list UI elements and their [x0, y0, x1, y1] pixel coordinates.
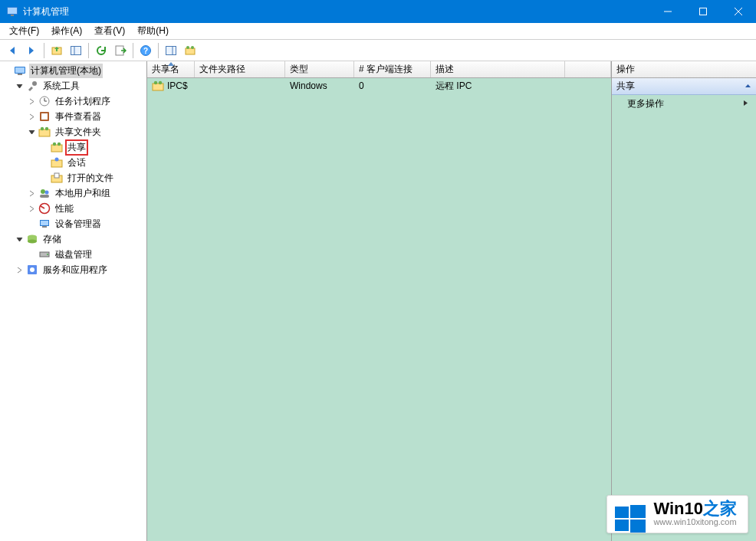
new-share-button[interactable] — [181, 41, 199, 60]
maximize-button[interactable] — [685, 0, 721, 23]
svg-rect-15 — [186, 48, 195, 54]
tree-label: 会话 — [66, 156, 87, 170]
tree-open-files[interactable]: 打开的文件 — [0, 170, 146, 185]
tree-local-users[interactable]: 本地用户和组 — [0, 185, 146, 201]
export-button[interactable] — [111, 41, 130, 60]
svg-point-53 — [154, 81, 157, 84]
app-icon — [6, 5, 18, 18]
chevron-right-icon[interactable] — [2, 65, 12, 76]
minimize-button[interactable] — [650, 0, 685, 23]
menu-help[interactable]: 帮助(H) — [131, 23, 175, 39]
session-icon — [51, 156, 63, 169]
tree-sessions[interactable]: 会话 — [0, 155, 146, 170]
tree-label: 共享文件夹 — [54, 125, 103, 139]
storage-icon — [26, 233, 38, 245]
column-folder-path[interactable]: 文件夹路径 — [195, 61, 285, 77]
svg-rect-39 — [40, 195, 49, 198]
tree-label: 任务计划程序 — [54, 94, 112, 109]
shared-folder-icon — [38, 126, 51, 138]
action-pane-toggle-button[interactable] — [162, 41, 180, 60]
column-clients[interactable]: # 客户端连接 — [354, 61, 431, 77]
watermark: Win10之家 www.win10xitong.com — [606, 495, 748, 533]
tree-performance[interactable]: 性能 — [0, 201, 146, 216]
tree-storage[interactable]: 存储 — [0, 231, 146, 247]
toolbar-separator — [133, 43, 133, 58]
svg-point-37 — [41, 189, 45, 194]
svg-rect-13 — [166, 46, 176, 54]
chevron-down-icon[interactable] — [26, 126, 37, 137]
main-area: 计算机管理(本地) 系统工具 任务计划程序 事件查看器 共享文件夹 — [0, 61, 756, 541]
cell-clients: 0 — [354, 80, 431, 91]
services-icon — [26, 264, 38, 276]
chevron-right-icon[interactable] — [14, 264, 25, 275]
up-button[interactable] — [48, 41, 66, 60]
forward-button[interactable] — [22, 41, 41, 60]
menu-view[interactable]: 查看(V) — [88, 23, 131, 39]
svg-rect-4 — [700, 8, 707, 15]
menu-action[interactable]: 操作(A) — [45, 23, 88, 39]
svg-point-32 — [58, 143, 61, 146]
chevron-right-icon[interactable] — [26, 111, 37, 122]
action-more[interactable]: 更多操作 — [612, 95, 756, 112]
help-button[interactable]: ? — [136, 41, 155, 60]
list-body[interactable]: IPC$ Windows 0 远程 IPC — [147, 78, 611, 541]
svg-rect-30 — [51, 145, 62, 152]
tree-system-tools[interactable]: 系统工具 — [0, 78, 146, 93]
svg-point-34 — [55, 158, 59, 162]
svg-point-49 — [47, 254, 48, 255]
menu-file[interactable]: 文件(F) — [3, 23, 45, 39]
svg-rect-19 — [15, 67, 25, 73]
action-section[interactable]: 共享 — [612, 78, 756, 95]
toolbar-separator — [88, 43, 89, 58]
tree-device-manager[interactable]: 设备管理器 — [0, 216, 146, 231]
performance-icon — [38, 202, 51, 215]
chevron-right-icon[interactable] — [26, 188, 37, 198]
tree-root[interactable]: 计算机管理(本地) — [0, 63, 146, 78]
action-section-label: 共享 — [616, 80, 635, 93]
watermark-title: Win10之家 — [653, 500, 737, 517]
tree-pane[interactable]: 计算机管理(本地) 系统工具 任务计划程序 事件查看器 共享文件夹 — [0, 61, 147, 541]
spacer — [38, 157, 49, 168]
share-icon — [152, 80, 164, 92]
event-icon — [38, 110, 51, 123]
tree-task-scheduler[interactable]: 任务计划程序 — [0, 93, 146, 109]
svg-rect-27 — [39, 130, 50, 136]
close-button[interactable] — [721, 0, 756, 23]
tree-services-apps[interactable]: 服务和应用程序 — [0, 262, 146, 277]
back-button[interactable] — [3, 41, 21, 60]
column-description[interactable]: 描述 — [431, 61, 565, 77]
tree-shares[interactable]: 共享 — [0, 139, 146, 155]
svg-point-47 — [28, 240, 37, 244]
svg-rect-26 — [41, 113, 48, 120]
tree-label: 计算机管理(本地) — [29, 64, 103, 78]
toolbar: ? — [0, 40, 756, 61]
tree-label: 服务和应用程序 — [41, 263, 109, 277]
chevron-down-icon[interactable] — [14, 234, 25, 244]
tree-event-viewer[interactable]: 事件查看器 — [0, 109, 146, 124]
list-row[interactable]: IPC$ Windows 0 远程 IPC — [147, 78, 611, 93]
svg-rect-1 — [8, 8, 17, 14]
svg-rect-58 — [630, 520, 646, 533]
chevron-right-icon[interactable] — [26, 203, 37, 214]
column-share-name[interactable]: 共享名 — [147, 61, 195, 77]
window-title: 计算机管理 — [23, 5, 650, 18]
tree-shared-folders[interactable]: 共享文件夹 — [0, 124, 146, 139]
svg-point-31 — [53, 143, 56, 146]
tree-label: 存储 — [41, 232, 63, 247]
share-icon — [51, 141, 63, 153]
spacer — [26, 218, 37, 229]
svg-rect-36 — [54, 173, 59, 178]
column-type[interactable]: 类型 — [285, 61, 354, 77]
refresh-button[interactable] — [92, 41, 110, 60]
svg-point-38 — [45, 191, 49, 195]
svg-rect-52 — [153, 84, 163, 90]
chevron-right-icon[interactable] — [26, 96, 37, 107]
device-icon — [38, 218, 51, 230]
chevron-down-icon[interactable] — [14, 80, 25, 91]
svg-point-29 — [45, 127, 48, 130]
tree-disk-management[interactable]: 磁盘管理 — [0, 247, 146, 262]
svg-rect-2 — [11, 15, 14, 16]
show-hide-tree-button[interactable] — [67, 41, 85, 60]
svg-point-51 — [30, 267, 35, 272]
tools-icon — [26, 80, 38, 92]
